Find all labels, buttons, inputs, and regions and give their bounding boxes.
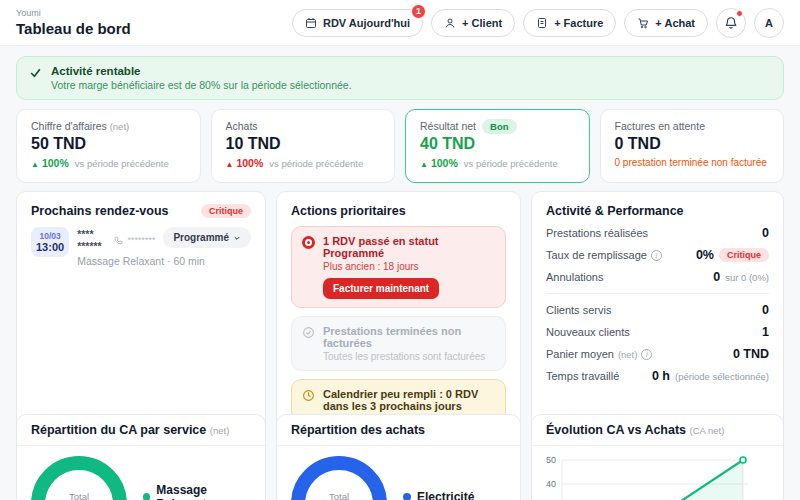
check-circle-icon (302, 326, 315, 339)
purchases-breakdown-card: Répartition des achats Total 10 TND Elec… (276, 414, 521, 500)
rdv-badge: 1 (411, 4, 426, 19)
alert-done: Prestations terminées non facturées Tout… (291, 316, 506, 371)
add-client-button[interactable]: + Client (431, 9, 515, 37)
banner-title: Activité rentable (51, 65, 352, 77)
revenue-donut-chart: Total 50 TND (31, 456, 127, 500)
add-purchase-button[interactable]: + Achat (624, 9, 708, 37)
donut-total-label: Total (329, 491, 349, 500)
kpi-card-revenue: Chiffre d'affaires (net) 50 TND 100% vs … (16, 109, 201, 183)
rdv-today-button[interactable]: RDV Aujourd'hui 1 (292, 9, 423, 37)
notifications-button[interactable] (716, 8, 746, 38)
kpi-value: 40 TND (420, 135, 575, 153)
invoice-now-button[interactable]: Facturer maintenant (323, 278, 439, 299)
profit-banner-text: Activité rentable Votre marge bénéficiai… (51, 65, 352, 91)
evolution-chart-card: Évolution CA vs Achats (CA net) 50 40 30 (531, 414, 784, 500)
legend-dot (403, 493, 411, 500)
alert-subtitle: Plus ancien : 18 jours (323, 261, 495, 272)
appointment-status-dropdown[interactable]: Programmé (163, 227, 251, 248)
document-icon (536, 17, 548, 29)
kpi-card-pending-invoices: Factures en attente 0 TND 0 prestation t… (600, 109, 785, 183)
triangle-up-icon (226, 157, 234, 169)
add-client-label: + Client (462, 17, 502, 29)
kpi-delta-note: vs période précédente (75, 158, 169, 169)
chevron-down-icon (233, 234, 241, 242)
appointment-info: **** ****** ******** Massage Relaxant · … (77, 227, 155, 267)
appointment-details: Massage Relaxant · 60 min (77, 255, 155, 267)
kpi-label: Résultat netBon (420, 120, 575, 132)
kpi-label: Factures en attente (615, 120, 770, 132)
appointment-item[interactable]: 10/03 13:00 **** ****** ******** Massage… (31, 227, 251, 267)
kpi-delta-note: vs période précédente (464, 158, 558, 169)
purchases-legend: Electricité 100% – 10 TND (403, 490, 492, 500)
activity-row: Clients servis 0 (546, 299, 769, 321)
appointment-client-masked: **** ****** (77, 228, 110, 252)
revenue-breakdown-title: Répartition du CA par service (net) (17, 415, 265, 446)
appointment-phone-masked: ******** (127, 235, 155, 245)
evolution-chart-title: Évolution CA vs Achats (CA net) (532, 415, 783, 446)
status-badge-bon: Bon (482, 119, 516, 134)
kpi-label: Chiffre d'affaires (net) (31, 120, 186, 132)
info-icon[interactable] (651, 250, 662, 261)
activity-row: Taux de remplissage 0%Critique (546, 244, 769, 266)
appointment-datebox: 10/03 13:00 (31, 227, 69, 257)
add-invoice-button[interactable]: + Facture (523, 9, 616, 37)
legend-name: Electricité (417, 490, 474, 500)
appointments-title: Prochains rendez-vous (31, 204, 169, 218)
appointment-time: 13:00 (36, 241, 64, 253)
activity-rows: Prestations réalisées 0 Taux de rempliss… (546, 222, 769, 387)
activity-row: Temps travaillé 0 h(période sélectionnée… (546, 365, 769, 387)
avatar[interactable]: A (754, 8, 784, 38)
header-actions: RDV Aujourd'hui 1 + Client + Facture + A… (292, 8, 784, 38)
add-purchase-label: + Achat (655, 17, 695, 29)
header-titles: Youmi Tableau de bord (16, 8, 131, 37)
priority-actions-title: Actions prioritaires (291, 204, 406, 218)
activity-title: Activité & Performance (546, 204, 684, 218)
person-icon (444, 17, 456, 29)
kpi-delta: 100% (226, 157, 264, 169)
clock-icon (302, 389, 315, 402)
legend-dot (143, 493, 150, 500)
info-icon[interactable] (641, 349, 652, 360)
avatar-initial: A (765, 17, 773, 29)
kpi-value: 50 TND (31, 135, 186, 153)
calendar-icon (305, 17, 317, 29)
banner-message: Votre marge bénéficiaire est de 80% sur … (51, 79, 352, 91)
cart-icon (637, 17, 649, 29)
appointment-status-label: Programmé (173, 232, 229, 243)
alert-title: Calendrier peu rempli : 0 RDV dans les 3… (323, 388, 495, 412)
kpi-note-orange: 0 prestation terminée non facturée (615, 157, 770, 168)
kpi-row: Chiffre d'affaires (net) 50 TND 100% vs … (16, 109, 784, 183)
kpi-value: 0 TND (615, 135, 770, 153)
bottom-row: Répartition du CA par service (net) Tota… (16, 414, 784, 500)
triangle-up-icon (31, 157, 39, 169)
appointment-date: 10/03 (36, 231, 64, 241)
revenue-breakdown-card: Répartition du CA par service (net) Tota… (16, 414, 266, 500)
line-chart: 50 40 30 (532, 446, 783, 500)
divider (546, 293, 769, 294)
purchases-breakdown-title: Répartition des achats (277, 415, 520, 446)
check-icon (29, 66, 42, 91)
kpi-delta: 100% (31, 157, 69, 169)
app-name: Youmi (16, 8, 131, 18)
activity-row: Panier moyen (net) 0 TND (546, 343, 769, 365)
dashboard-main: Activité rentable Votre marge bénéficiai… (0, 46, 800, 500)
activity-row: Annulations 0sur 0 (0%) (546, 266, 769, 288)
profit-banner: Activité rentable Votre marge bénéficiai… (16, 56, 784, 100)
notification-dot (736, 10, 743, 17)
bell-icon (724, 16, 738, 30)
revenue-legend: Massage Relaxant 90.9% – 45 TND (143, 483, 251, 500)
kpi-delta-note: vs période précédente (269, 158, 363, 169)
record-icon (302, 236, 315, 249)
alert-title: 1 RDV passé en statut Programmé (323, 235, 495, 259)
page-title: Tableau de bord (16, 20, 131, 37)
kpi-card-net-result: Résultat netBon 40 TND 100% vs période p… (405, 109, 590, 183)
middle-row: Prochains rendez-vous Critique 10/03 13:… (16, 191, 784, 404)
rdv-today-label: RDV Aujourd'hui (323, 17, 410, 29)
phone-icon (114, 236, 123, 245)
donut-total-label: Total (69, 491, 89, 500)
kpi-value: 10 TND (226, 135, 381, 153)
svg-text:40: 40 (546, 479, 556, 489)
activity-row: Nouveaux clients 1 (546, 321, 769, 343)
svg-text:50: 50 (546, 455, 556, 465)
activity-row: Prestations réalisées 0 (546, 222, 769, 244)
